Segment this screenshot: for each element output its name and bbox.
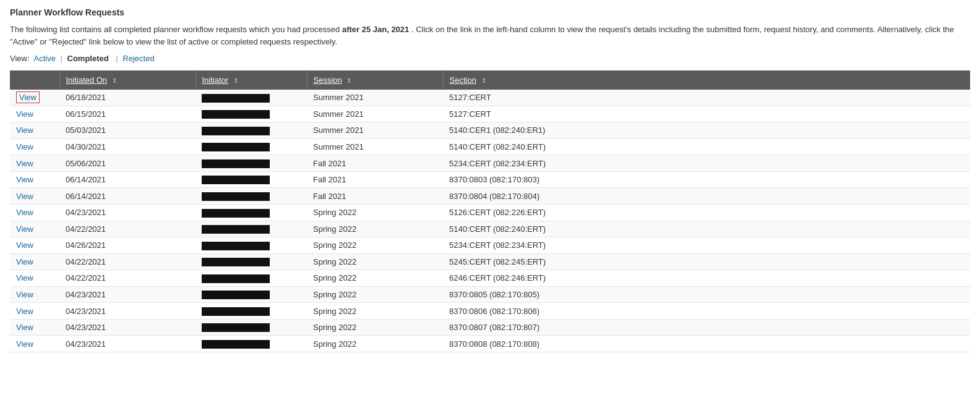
table-row: View04/22/2021Spring 20225245:CERT (082:… xyxy=(10,253,970,270)
view-rejected-link[interactable]: Rejected xyxy=(123,54,154,63)
table-row: View04/22/2021Spring 20226246:CERT (082:… xyxy=(10,270,970,287)
view-cell: View xyxy=(10,138,59,155)
section-cell: 5234:CERT (082:234:ERT) xyxy=(443,237,970,254)
section-cell: 5245:CERT (082:245:ERT) xyxy=(443,253,970,270)
view-link[interactable]: View xyxy=(16,323,33,332)
session-cell: Spring 2022 xyxy=(307,253,443,270)
initiated-on-cell: 04/23/2021 xyxy=(59,204,196,221)
table-row: View04/23/2021Spring 20225126:CERT (082:… xyxy=(10,204,970,221)
table-row: View06/15/2021Summer 20215127:CERT xyxy=(10,106,970,122)
initiator-cell xyxy=(196,106,307,122)
table-row: View06/14/2021Fall 20218370:0804 (082:17… xyxy=(10,188,970,205)
view-link[interactable]: View xyxy=(16,125,33,135)
view-link[interactable]: View xyxy=(16,175,33,184)
view-cell: View xyxy=(10,106,59,122)
initiator-cell xyxy=(196,138,307,155)
session-cell: Summer 2021 xyxy=(307,90,443,106)
view-cell: View xyxy=(10,221,59,237)
initiator-cell xyxy=(196,319,307,336)
table-row: View06/14/2021Fall 20218370:0803 (082:17… xyxy=(10,171,970,188)
view-cell: View xyxy=(10,286,59,303)
view-link[interactable]: View xyxy=(16,142,33,151)
initiated-on-cell: 05/06/2021 xyxy=(59,155,196,172)
table-header-row: Initiated On ⇕ Initiator ⇕ Session ⇕ Sec… xyxy=(10,70,970,90)
initiated-on-cell: 05/03/2021 xyxy=(59,122,196,139)
view-links: View: Active | Completed | Rejected xyxy=(10,54,970,63)
section-cell: 5140:CER1 (082:240:ER1) xyxy=(443,122,970,139)
view-cell: View xyxy=(10,155,59,172)
view-link[interactable]: View xyxy=(16,273,33,282)
session-cell: Fall 2021 xyxy=(307,171,443,188)
section-cell: 8370:0807 (082:170:807) xyxy=(443,319,970,336)
table-row: View06/18/2021Summer 20215127:CERT xyxy=(10,90,970,106)
col-header-session[interactable]: Session ⇕ xyxy=(307,70,443,90)
view-cell: View xyxy=(10,303,59,320)
view-cell: View xyxy=(10,171,59,188)
session-cell: Fall 2021 xyxy=(307,188,443,205)
session-cell: Spring 2022 xyxy=(307,221,443,237)
initiated-on-cell: 04/22/2021 xyxy=(59,270,196,287)
initiated-on-cell: 06/18/2021 xyxy=(59,90,196,106)
session-cell: Spring 2022 xyxy=(307,237,443,254)
view-cell: View xyxy=(10,237,59,254)
col-header-initiator[interactable]: Initiator ⇕ xyxy=(196,70,307,90)
section-cell: 5140:CERT (082:240:ERT) xyxy=(443,138,970,155)
page-title: Planner Workflow Requests xyxy=(10,7,970,17)
initiator-cell xyxy=(196,253,307,270)
view-label: View: xyxy=(10,54,30,63)
view-link[interactable]: View xyxy=(16,339,33,349)
separator-2: | xyxy=(116,54,118,63)
initiator-cell xyxy=(196,122,307,139)
session-cell: Summer 2021 xyxy=(307,138,443,155)
section-cell: 5234:CERT (082:234:ERT) xyxy=(443,155,970,172)
initiated-on-cell: 04/23/2021 xyxy=(59,319,196,336)
initiator-cell xyxy=(196,270,307,287)
initiator-cell xyxy=(196,286,307,303)
requests-table: Initiated On ⇕ Initiator ⇕ Session ⇕ Sec… xyxy=(10,70,970,352)
table-row: View04/26/2021Spring 20225234:CERT (082:… xyxy=(10,237,970,254)
table-row: View05/06/2021Fall 20215234:CERT (082:23… xyxy=(10,155,970,172)
session-cell: Spring 2022 xyxy=(307,270,443,287)
view-link[interactable]: View xyxy=(16,307,33,316)
initiated-on-cell: 04/23/2021 xyxy=(59,286,196,303)
section-cell: 5127:CERT xyxy=(443,106,970,122)
view-link[interactable]: View xyxy=(16,224,33,234)
initiator-cell xyxy=(196,303,307,320)
view-link[interactable]: View xyxy=(16,240,33,250)
initiated-on-cell: 04/26/2021 xyxy=(59,237,196,254)
view-cell: View xyxy=(10,253,59,270)
initiator-cell xyxy=(196,171,307,188)
initiated-on-cell: 04/23/2021 xyxy=(59,336,196,352)
col-header-section[interactable]: Section ⇕ xyxy=(443,70,970,90)
view-cell: View xyxy=(10,122,59,139)
table-row: View05/03/2021Summer 20215140:CER1 (082:… xyxy=(10,122,970,139)
initiated-on-cell: 06/14/2021 xyxy=(59,171,196,188)
page-description: The following list contains all complete… xyxy=(10,23,969,48)
view-link[interactable]: View xyxy=(16,192,33,201)
table-row: View04/23/2021Spring 20228370:0805 (082:… xyxy=(10,286,970,303)
session-cell: Summer 2021 xyxy=(307,122,443,139)
view-cell: View xyxy=(10,336,59,352)
initiator-cell xyxy=(196,336,307,352)
view-link[interactable]: View xyxy=(16,109,33,119)
initiator-cell xyxy=(196,204,307,221)
initiated-on-cell: 04/23/2021 xyxy=(59,303,196,320)
view-cell: View xyxy=(10,270,59,287)
view-link[interactable]: View xyxy=(16,290,33,299)
initiated-on-cell: 04/22/2021 xyxy=(59,221,196,237)
view-cell: View xyxy=(10,188,59,205)
table-row: View04/30/2021Summer 20215140:CERT (082:… xyxy=(10,138,970,155)
initiated-on-cell: 06/14/2021 xyxy=(59,188,196,205)
section-cell: 5126:CERT (082:226:ERT) xyxy=(443,204,970,221)
view-link[interactable]: View xyxy=(16,208,33,217)
session-cell: Spring 2022 xyxy=(307,303,443,320)
col-header-initiated[interactable]: Initiated On ⇕ xyxy=(59,70,196,90)
initiated-on-cell: 04/22/2021 xyxy=(59,253,196,270)
view-link[interactable]: View xyxy=(16,159,33,168)
view-link[interactable]: View xyxy=(16,257,33,266)
view-active-link[interactable]: Active xyxy=(33,54,55,63)
view-link[interactable]: View xyxy=(16,91,40,103)
initiated-on-cell: 04/30/2021 xyxy=(59,138,196,155)
section-cell: 8370:0804 (082:170:804) xyxy=(443,188,970,205)
section-cell: 5127:CERT xyxy=(443,90,970,106)
